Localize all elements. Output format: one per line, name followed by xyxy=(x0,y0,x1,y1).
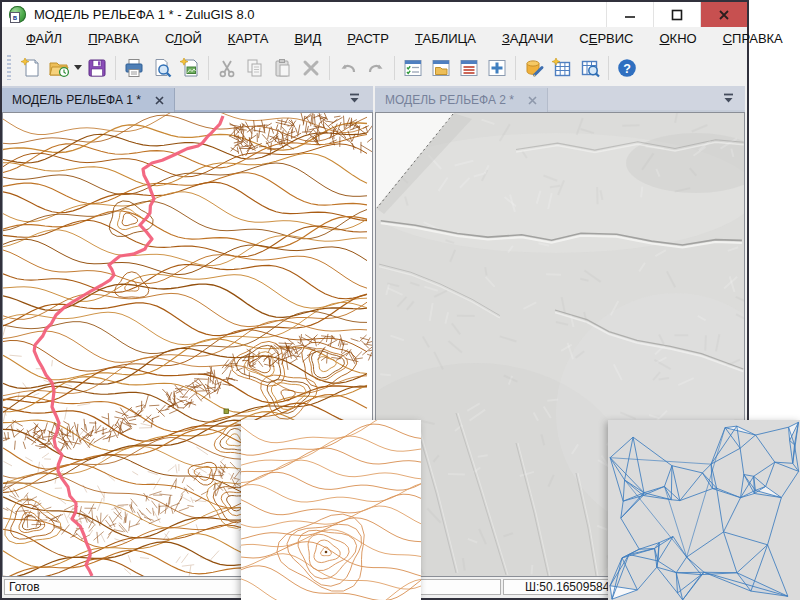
help-icon: ? xyxy=(616,57,638,79)
print-button[interactable] xyxy=(120,54,148,82)
window-controls xyxy=(606,2,747,27)
close-icon xyxy=(718,9,730,21)
toolbar-separator xyxy=(208,56,209,80)
layer-folder-icon xyxy=(430,57,452,79)
new-table-icon xyxy=(551,57,573,79)
new-table-button[interactable] xyxy=(548,54,576,82)
toolbar-separator xyxy=(394,56,395,80)
menu-table[interactable]: ТАБЛИЦА xyxy=(402,29,489,48)
paste-button[interactable] xyxy=(269,54,297,82)
copy-icon xyxy=(244,57,266,79)
floating-tin-panel[interactable] xyxy=(608,420,800,600)
paste-icon xyxy=(272,57,294,79)
layer-list-button[interactable] xyxy=(399,54,427,82)
tab-list-dropdown-icon[interactable] xyxy=(723,93,734,103)
layer-folder-button[interactable] xyxy=(427,54,455,82)
title-bar[interactable]: в МОДЕЛЬ РЕЛЬЕФА 1 * - ZuluGIS 8.0 xyxy=(2,2,747,27)
menu-window[interactable]: ОКНО xyxy=(646,29,709,48)
tab-list-dropdown-icon[interactable] xyxy=(349,93,360,103)
maximize-button[interactable] xyxy=(653,2,700,27)
menu-service[interactable]: СЕРВИС xyxy=(566,29,646,48)
toolbar-separator xyxy=(515,56,516,80)
table-query-icon xyxy=(579,57,601,79)
document-tab-row: МОДЕЛЬ РЕЛЬЕФА 1 * МОДЕЛЬ РЕЛЬЕФА 2 * xyxy=(2,86,747,112)
navigator-button[interactable] xyxy=(483,54,511,82)
open-document-icon xyxy=(48,57,70,79)
navigator-icon xyxy=(486,57,508,79)
menu-layer[interactable]: СЛОЙ xyxy=(152,29,215,48)
tin-panel-drawing xyxy=(608,420,800,600)
tab-close-icon[interactable] xyxy=(528,96,537,105)
cut-icon xyxy=(216,57,238,79)
menu-tasks[interactable]: ЗАДАЧИ xyxy=(489,29,566,48)
toolbar-separator xyxy=(608,56,609,80)
menu-help[interactable]: СПРАВКА xyxy=(710,29,796,48)
app-icon: в xyxy=(9,6,26,23)
tabstrip-right: МОДЕЛЬ РЕЛЬЕФА 2 * xyxy=(375,86,745,112)
print-preview-button[interactable] xyxy=(148,54,176,82)
undo-icon xyxy=(337,57,359,79)
maximize-icon xyxy=(671,9,683,21)
save-icon xyxy=(86,57,108,79)
delete-button[interactable] xyxy=(297,54,325,82)
menu-raster[interactable]: РАСТР xyxy=(334,29,402,48)
close-button[interactable] xyxy=(700,2,747,27)
copy-button[interactable] xyxy=(241,54,269,82)
open-document-button[interactable] xyxy=(45,54,73,82)
minimize-button[interactable] xyxy=(606,2,653,27)
layer-list-icon xyxy=(402,57,424,79)
help-button[interactable]: ? xyxy=(613,54,641,82)
legend-icon xyxy=(458,57,480,79)
contour-panel-drawing xyxy=(241,420,421,600)
toolbar-grip[interactable] xyxy=(7,55,11,81)
dropdown-arrow-icon xyxy=(74,65,82,70)
tab-close-icon[interactable] xyxy=(155,96,164,105)
toolbar-separator xyxy=(329,56,330,80)
menu-bar: ФАЙЛ ПРАВКА СЛОЙ КАРТА ВИД РАСТР ТАБЛИЦА… xyxy=(2,27,747,49)
edit-database-icon xyxy=(523,57,545,79)
toolbar: ? xyxy=(2,49,747,86)
new-document-icon xyxy=(20,57,42,79)
new-map-button[interactable] xyxy=(176,54,204,82)
undo-button[interactable] xyxy=(334,54,362,82)
legend-button[interactable] xyxy=(455,54,483,82)
floating-contour-panel[interactable] xyxy=(241,420,421,600)
print-icon xyxy=(123,57,145,79)
table-query-button[interactable] xyxy=(576,54,604,82)
new-document-button[interactable] xyxy=(17,54,45,82)
tab-relief-model-1[interactable]: МОДЕЛЬ РЕЛЬЕФА 1 * xyxy=(2,88,175,112)
cut-button[interactable] xyxy=(213,54,241,82)
redo-button[interactable] xyxy=(362,54,390,82)
redo-icon xyxy=(365,57,387,79)
edit-database-button[interactable] xyxy=(520,54,548,82)
menu-edit[interactable]: ПРАВКА xyxy=(75,29,152,48)
desktop: { "window": { "title": "МОДЕЛЬ РЕЛЬЕФА 1… xyxy=(0,0,800,600)
minimize-icon xyxy=(624,9,636,21)
save-button[interactable] xyxy=(83,54,111,82)
tab-relief-model-2[interactable]: МОДЕЛЬ РЕЛЬЕФА 2 * xyxy=(375,88,548,112)
menu-view[interactable]: ВИД xyxy=(281,29,334,48)
menu-file[interactable]: ФАЙЛ xyxy=(13,29,75,48)
new-map-icon xyxy=(179,57,201,79)
tabstrip-left: МОДЕЛЬ РЕЛЬЕФА 1 * xyxy=(2,86,373,112)
toolbar-separator xyxy=(115,56,116,80)
delete-icon xyxy=(300,57,322,79)
svg-text:?: ? xyxy=(623,61,631,75)
open-dropdown-button[interactable] xyxy=(73,54,83,82)
print-preview-icon xyxy=(151,57,173,79)
menu-map[interactable]: КАРТА xyxy=(215,29,282,48)
window-title: МОДЕЛЬ РЕЛЬЕФА 1 * - ZuluGIS 8.0 xyxy=(34,7,255,22)
